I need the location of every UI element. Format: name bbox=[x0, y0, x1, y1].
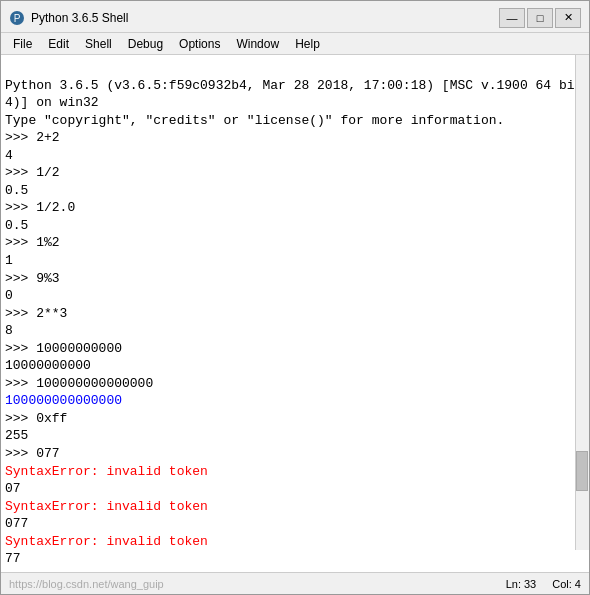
status-bar: https://blog.csdn.net/wang_guip Ln: 33 C… bbox=[1, 572, 589, 594]
output-area: Python 3.6.5 (v3.6.5:f59c0932b4, Mar 28 … bbox=[5, 59, 585, 568]
output-line: 4 bbox=[5, 148, 13, 163]
status-right: Ln: 33 Col: 4 bbox=[506, 578, 581, 590]
main-window: P Python 3.6.5 Shell — □ ✕ File Edit She… bbox=[0, 0, 590, 595]
menu-window[interactable]: Window bbox=[228, 36, 287, 52]
output-line: SyntaxError: invalid token bbox=[5, 534, 208, 549]
shell-content[interactable]: Python 3.6.5 (v3.6.5:f59c0932b4, Mar 28 … bbox=[1, 55, 589, 572]
title-controls: — □ ✕ bbox=[499, 8, 581, 28]
output-line: 0 bbox=[5, 288, 13, 303]
svg-text:P: P bbox=[14, 13, 21, 24]
output-line: Python 3.6.5 (v3.6.5:f59c0932b4, Mar 28 … bbox=[5, 78, 585, 93]
output-line: 0.5 bbox=[5, 183, 28, 198]
output-line: >>> 9%3 bbox=[5, 271, 60, 286]
output-line: >>> 0xff bbox=[5, 411, 67, 426]
col-number: Col: 4 bbox=[552, 578, 581, 590]
output-line: 077 bbox=[5, 516, 28, 531]
menu-file[interactable]: File bbox=[5, 36, 40, 52]
menu-help[interactable]: Help bbox=[287, 36, 328, 52]
scrollbar-thumb[interactable] bbox=[576, 451, 588, 491]
title-bar-left: P Python 3.6.5 Shell bbox=[9, 10, 128, 26]
output-line: SyntaxError: invalid token bbox=[5, 499, 208, 514]
output-line: 77 bbox=[5, 551, 21, 566]
minimize-button[interactable]: — bbox=[499, 8, 525, 28]
output-line: 255 bbox=[5, 428, 28, 443]
output-line: >>> 1/2.0 bbox=[5, 200, 75, 215]
output-line: >>> 2+2 bbox=[5, 130, 60, 145]
output-line: Type "copyright", "credits" or "license(… bbox=[5, 113, 504, 128]
output-line: 8 bbox=[5, 323, 13, 338]
menu-options[interactable]: Options bbox=[171, 36, 228, 52]
output-line: >>> 10000000000 bbox=[5, 341, 122, 356]
output-line: >>> 2**3 bbox=[5, 306, 67, 321]
output-line: >>> 1/2 bbox=[5, 165, 60, 180]
menu-bar: File Edit Shell Debug Options Window Hel… bbox=[1, 33, 589, 55]
scrollbar[interactable] bbox=[575, 55, 589, 550]
line-number: Ln: 33 bbox=[506, 578, 537, 590]
output-line: >>> 077 bbox=[5, 446, 60, 461]
output-line: SyntaxError: invalid token bbox=[5, 464, 208, 479]
output-line: >>> 1%2 bbox=[5, 235, 60, 250]
menu-shell[interactable]: Shell bbox=[77, 36, 120, 52]
output-line: 4)] on win32 bbox=[5, 95, 99, 110]
output-line: 100000000000000 bbox=[5, 393, 122, 408]
output-line: 1 bbox=[5, 253, 13, 268]
menu-debug[interactable]: Debug bbox=[120, 36, 171, 52]
menu-edit[interactable]: Edit bbox=[40, 36, 77, 52]
python-icon: P bbox=[9, 10, 25, 26]
maximize-button[interactable]: □ bbox=[527, 8, 553, 28]
output-line: 0.5 bbox=[5, 218, 28, 233]
output-line: 07 bbox=[5, 481, 21, 496]
output-line: >>> 100000000000000 bbox=[5, 376, 153, 391]
window-title: Python 3.6.5 Shell bbox=[31, 11, 128, 25]
close-button[interactable]: ✕ bbox=[555, 8, 581, 28]
title-bar: P Python 3.6.5 Shell — □ ✕ bbox=[1, 1, 589, 33]
watermark: https://blog.csdn.net/wang_guip bbox=[9, 578, 164, 590]
output-line: 10000000000 bbox=[5, 358, 91, 373]
